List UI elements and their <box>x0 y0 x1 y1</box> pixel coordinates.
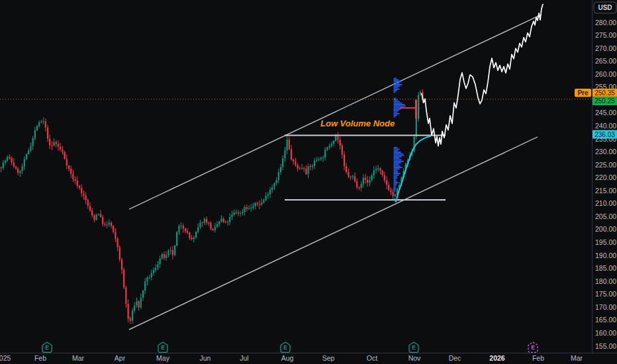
candle-body <box>382 171 383 175</box>
candle-body <box>96 214 97 220</box>
candle-body <box>81 188 82 193</box>
candle-body <box>284 150 285 158</box>
svg-text:E: E <box>412 344 416 351</box>
annotation-low-volume-node[interactable]: Low Volume Node <box>320 118 395 128</box>
candle-body <box>276 180 277 183</box>
candle-body <box>149 277 150 278</box>
candle-body <box>162 254 163 258</box>
candle-body <box>395 195 396 197</box>
candle-body <box>248 208 250 209</box>
candle-body <box>384 175 385 181</box>
candle-body <box>185 228 186 231</box>
volume-profile-bar <box>394 162 401 163</box>
candle-body <box>365 178 366 180</box>
candle-body <box>227 222 228 222</box>
price-tick: 220.00 <box>595 173 616 181</box>
candle-body <box>216 224 218 227</box>
time-tick: Aug <box>281 354 294 362</box>
candle-body <box>117 239 119 248</box>
candle-body <box>225 222 226 223</box>
candle-body <box>335 136 336 141</box>
candle-body <box>22 166 23 171</box>
candle-body <box>318 159 320 159</box>
candle-body <box>93 216 95 220</box>
candle-body <box>418 95 419 119</box>
candle-body <box>416 119 417 137</box>
candle-body <box>303 168 305 169</box>
candle-body <box>287 140 288 150</box>
candle-body <box>310 166 311 167</box>
candle-body <box>348 172 349 177</box>
volume-profile-bar <box>394 158 400 159</box>
price-tick: 240.00 <box>595 122 616 130</box>
volume-profile-bar <box>394 190 396 191</box>
candle-body <box>234 212 235 214</box>
svg-text:E: E <box>283 344 287 351</box>
candle-body <box>280 167 281 173</box>
volume-profile-bar <box>394 161 404 162</box>
time-tick: Apr <box>115 354 126 362</box>
candle-body <box>38 122 40 126</box>
candle-body <box>386 180 387 185</box>
candle-body <box>77 181 78 186</box>
volume-profile-bar <box>394 84 403 85</box>
prev-close-price-label: 250.25 <box>593 97 617 106</box>
candle-body <box>3 163 4 168</box>
candle-body <box>75 179 76 181</box>
volume-profile-bar <box>394 159 402 161</box>
candle-body <box>342 146 343 155</box>
currency-button-label: USD <box>598 4 612 11</box>
candle-body <box>87 201 89 206</box>
volume-profile-bar <box>394 175 399 176</box>
candle-body <box>229 217 230 222</box>
candle-body <box>282 158 283 167</box>
candle-body <box>102 217 103 224</box>
volume-profile-bar <box>394 163 399 165</box>
volume-profile-bar <box>394 179 397 180</box>
candle-body <box>199 222 201 227</box>
candle-body <box>314 161 315 166</box>
candle-body <box>369 180 370 183</box>
candle-body <box>322 158 324 158</box>
candle-body <box>13 163 15 167</box>
candle-body <box>242 212 243 213</box>
candle-body <box>89 206 91 210</box>
volume-profile-bar <box>394 91 396 93</box>
candle-body <box>119 247 120 259</box>
price-tick: 280.00 <box>595 19 616 26</box>
currency-button[interactable]: USD <box>594 2 616 13</box>
volume-profile-bar <box>394 188 397 189</box>
volume-profile-bar <box>394 182 399 183</box>
volume-profile-bar <box>394 148 400 150</box>
chart-background[interactable] <box>0 0 617 364</box>
candle-body <box>45 121 46 127</box>
candle-body <box>5 161 6 163</box>
candle-body <box>213 229 214 230</box>
price-tick: 170.00 <box>595 303 616 311</box>
candle-body <box>324 150 326 158</box>
svg-text:E: E <box>531 344 535 351</box>
candle-body <box>220 219 222 222</box>
candle-body <box>15 167 17 169</box>
candle-body <box>24 159 25 166</box>
candle-body <box>238 212 239 213</box>
volume-profile-bar <box>394 147 398 148</box>
price-tick: 205.00 <box>595 212 616 220</box>
candle-body <box>123 270 124 288</box>
svg-text:E: E <box>45 344 49 351</box>
volume-profile-bar <box>394 177 398 179</box>
candle-body <box>269 190 271 195</box>
candle-body <box>66 159 68 165</box>
candle-body <box>151 273 152 277</box>
candle-body <box>301 168 303 169</box>
candle-body <box>346 166 347 172</box>
candle-body <box>54 142 55 146</box>
candle-body <box>259 204 260 205</box>
prev-close-text: 250.25 <box>594 97 615 105</box>
candle-body <box>26 154 27 159</box>
volume-profile-bar <box>394 90 397 91</box>
candle-body <box>62 150 63 152</box>
candle-body <box>305 169 307 174</box>
price-tick: 185.00 <box>595 264 616 272</box>
candle-body <box>107 224 108 225</box>
